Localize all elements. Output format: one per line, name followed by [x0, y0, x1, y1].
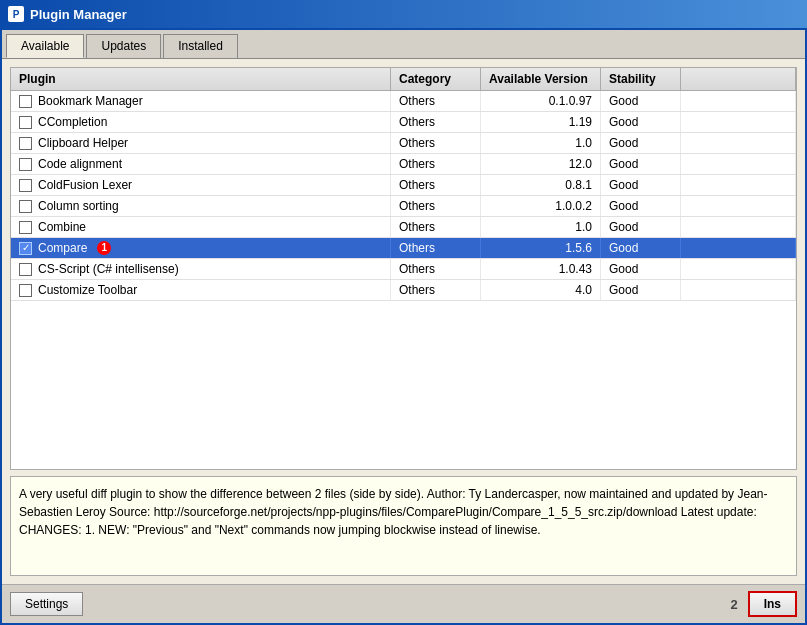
plugin-category: Others [391, 133, 481, 153]
plugin-name-cell: Clipboard Helper [11, 133, 391, 153]
plugin-name-cell: Combine [11, 217, 391, 237]
table-row[interactable]: CCompletionOthers1.19Good [11, 112, 796, 133]
plugin-version: 1.19 [481, 112, 601, 132]
table-rows: Bookmark ManagerOthers0.1.0.97GoodCCompl… [11, 91, 796, 301]
table-row[interactable]: ColdFusion LexerOthers0.8.1Good [11, 175, 796, 196]
plugin-extra [681, 133, 796, 153]
plugin-name-cell: Column sorting [11, 196, 391, 216]
plugin-category: Others [391, 238, 481, 258]
plugin-badge: 1 [97, 241, 111, 255]
plugin-name-label: ColdFusion Lexer [38, 178, 132, 192]
table-row[interactable]: Code alignmentOthers12.0Good [11, 154, 796, 175]
plugin-version: 4.0 [481, 280, 601, 300]
window-body: Available Updates Installed Plugin Categ… [0, 28, 807, 625]
plugin-extra [681, 91, 796, 111]
install-button[interactable]: Ins [748, 591, 797, 617]
plugin-checkbox[interactable] [19, 158, 32, 171]
plugin-name-cell: Bookmark Manager [11, 91, 391, 111]
table-row[interactable]: CombineOthers1.0Good [11, 217, 796, 238]
table-row[interactable]: Bookmark ManagerOthers0.1.0.97Good [11, 91, 796, 112]
bottom-bar: Settings 2 Ins [2, 584, 805, 623]
plugin-stability: Good [601, 280, 681, 300]
plugin-checkbox[interactable] [19, 221, 32, 234]
plugin-version: 1.5.6 [481, 238, 601, 258]
header-stability: Stability [601, 68, 681, 90]
table-row[interactable]: Column sortingOthers1.0.0.2Good [11, 196, 796, 217]
plugin-version: 0.1.0.97 [481, 91, 601, 111]
table-row[interactable]: Clipboard HelperOthers1.0Good [11, 133, 796, 154]
plugin-category: Others [391, 196, 481, 216]
plugin-extra [681, 175, 796, 195]
table-row[interactable]: Customize ToolbarOthers4.0Good [11, 280, 796, 301]
plugin-checkbox[interactable] [19, 116, 32, 129]
plugin-category: Others [391, 280, 481, 300]
plugin-version: 1.0.43 [481, 259, 601, 279]
plugin-stability: Good [601, 112, 681, 132]
plugin-stability: Good [601, 133, 681, 153]
plugin-extra [681, 196, 796, 216]
plugin-category: Others [391, 217, 481, 237]
plugin-name-cell: CCompletion [11, 112, 391, 132]
plugin-stability: Good [601, 196, 681, 216]
plugin-name-label: CCompletion [38, 115, 107, 129]
plugin-name-label: Compare [38, 241, 87, 255]
plugin-checkbox[interactable] [19, 137, 32, 150]
plugin-name-cell: CS-Script (C# intellisense) [11, 259, 391, 279]
plugin-name-label: Code alignment [38, 157, 122, 171]
plugin-name-label: Bookmark Manager [38, 94, 143, 108]
app-icon: P [8, 6, 24, 22]
number2-badge: 2 [730, 597, 737, 612]
plugin-stability: Good [601, 175, 681, 195]
plugin-extra [681, 154, 796, 174]
plugin-checkbox[interactable] [19, 242, 32, 255]
plugin-name-cell: ColdFusion Lexer [11, 175, 391, 195]
header-plugin: Plugin [11, 68, 391, 90]
tab-updates[interactable]: Updates [86, 34, 161, 58]
plugin-name-label: Clipboard Helper [38, 136, 128, 150]
plugin-version: 1.0 [481, 217, 601, 237]
plugin-extra [681, 259, 796, 279]
plugin-extra [681, 217, 796, 237]
plugin-version: 1.0 [481, 133, 601, 153]
plugin-name-label: Column sorting [38, 199, 119, 213]
plugin-extra [681, 112, 796, 132]
header-extra [681, 68, 796, 90]
plugin-name-cell: Customize Toolbar [11, 280, 391, 300]
plugin-checkbox[interactable] [19, 263, 32, 276]
plugin-name-label: CS-Script (C# intellisense) [38, 262, 179, 276]
plugin-stability: Good [601, 154, 681, 174]
window-title: Plugin Manager [30, 7, 127, 22]
title-bar: P Plugin Manager [0, 0, 807, 28]
tab-available[interactable]: Available [6, 34, 84, 58]
plugin-category: Others [391, 91, 481, 111]
plugin-stability: Good [601, 91, 681, 111]
plugin-name-label: Combine [38, 220, 86, 234]
table-row[interactable]: Compare1Others1.5.6Good [11, 238, 796, 259]
plugin-version: 0.8.1 [481, 175, 601, 195]
header-version: Available Version [481, 68, 601, 90]
plugin-table-container: Plugin Category Available Version Stabil… [10, 67, 797, 470]
plugin-checkbox[interactable] [19, 200, 32, 213]
plugin-stability: Good [601, 259, 681, 279]
table-header: Plugin Category Available Version Stabil… [11, 68, 796, 91]
plugin-stability: Good [601, 238, 681, 258]
plugin-category: Others [391, 259, 481, 279]
plugin-extra [681, 280, 796, 300]
plugin-checkbox[interactable] [19, 95, 32, 108]
header-category: Category [391, 68, 481, 90]
settings-button[interactable]: Settings [10, 592, 83, 616]
description-area: A very useful diff plugin to show the di… [10, 476, 797, 576]
plugin-name-label: Customize Toolbar [38, 283, 137, 297]
plugin-checkbox[interactable] [19, 179, 32, 192]
plugin-version: 1.0.0.2 [481, 196, 601, 216]
plugin-category: Others [391, 154, 481, 174]
plugin-category: Others [391, 112, 481, 132]
plugin-extra [681, 238, 796, 258]
tab-installed[interactable]: Installed [163, 34, 238, 58]
plugin-stability: Good [601, 217, 681, 237]
plugin-version: 12.0 [481, 154, 601, 174]
plugin-name-cell: Compare1 [11, 238, 391, 258]
plugin-checkbox[interactable] [19, 284, 32, 297]
table-row[interactable]: CS-Script (C# intellisense)Others1.0.43G… [11, 259, 796, 280]
tabs-bar: Available Updates Installed [2, 30, 805, 59]
